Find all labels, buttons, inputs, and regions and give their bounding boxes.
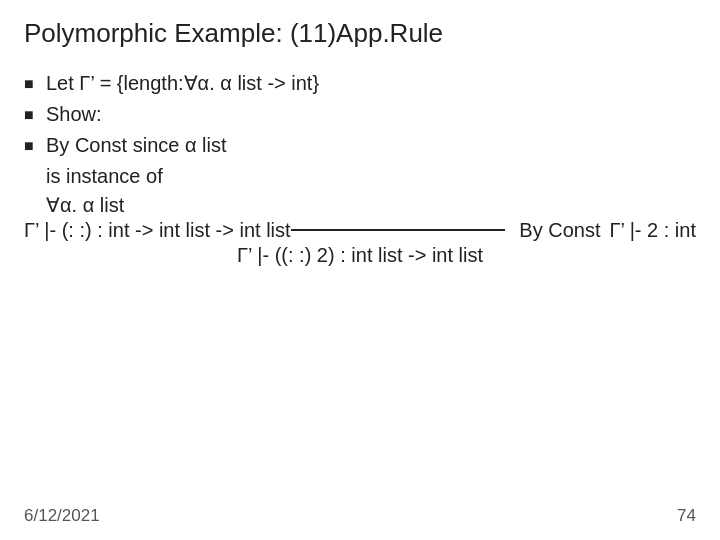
indent-line-1: is instance of: [24, 162, 696, 191]
bullet-item-3: ■ By Const since α list: [24, 131, 696, 160]
inference-rule: ∀α. α list Γ’ |- (: :) : int -> int list…: [24, 193, 696, 267]
bullet-2-text: Show:: [46, 100, 102, 129]
bullet-3-text: By Const since α list: [46, 131, 227, 160]
numerator-right-text: Γ’ |- 2 : int: [609, 219, 696, 242]
bullet-item-2: ■ Show:: [24, 100, 696, 129]
denominator-row: Γ’ |- ((: :) 2) : int list -> int list: [24, 244, 696, 267]
rule-divider: [291, 229, 506, 231]
inference-line-row: Γ’ |- (: :) : int -> int list -> int lis…: [24, 219, 696, 242]
denominator-text: Γ’ |- ((: :) 2) : int list -> int list: [237, 244, 483, 266]
line-label: By Const: [519, 219, 600, 242]
bullet-1-icon: ■: [24, 72, 46, 95]
page-title: Polymorphic Example: (11)App.Rule: [0, 0, 720, 59]
footer-date: 6/12/2021: [24, 506, 100, 526]
footer-page: 74: [677, 506, 696, 526]
bullet-2-icon: ■: [24, 103, 46, 126]
bullet-3-icon: ■: [24, 134, 46, 157]
bullet-item-1: ■ Let Γ’ = {length:∀α. α list -> int}: [24, 69, 696, 98]
footer: 6/12/2021 74: [24, 506, 696, 526]
numerator-forall: ∀α. α list: [46, 193, 124, 217]
numerator-left-text: Γ’ |- (: :) : int -> int list -> int lis…: [24, 219, 291, 242]
bullet-1-text: Let Γ’ = {length:∀α. α list -> int}: [46, 69, 319, 98]
